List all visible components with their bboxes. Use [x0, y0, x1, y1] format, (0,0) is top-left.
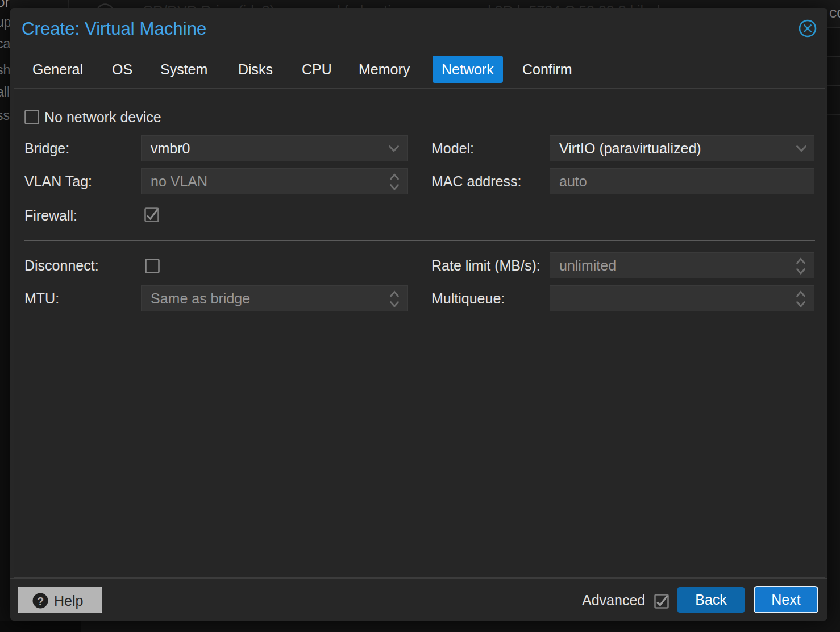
svg-text:?: ? — [37, 595, 44, 608]
